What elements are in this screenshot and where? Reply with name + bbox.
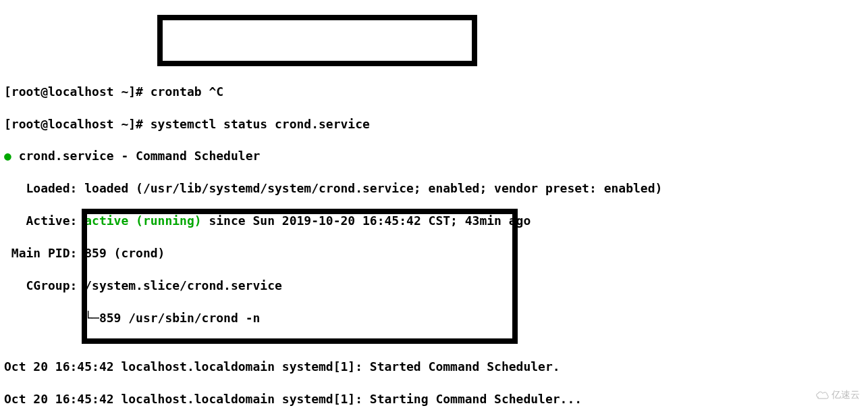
log-line: Oct 20 16:45:42 localhost.localdomain sy…	[4, 359, 560, 374]
terminal-line: Main PID: 859 (crond)	[4, 245, 864, 261]
terminal-line: [root@localhost ~]# crontab ^C	[4, 84, 864, 100]
terminal-line: ● crond.service - Command Scheduler	[4, 148, 864, 164]
terminal-line: Active: active (running) since Sun 2019-…	[4, 213, 864, 229]
active-status: active (running)	[84, 213, 201, 228]
watermark: 亿速云	[815, 388, 860, 401]
terminal-output[interactable]: [root@localhost ~]# crontab ^C [root@loc…	[0, 65, 868, 408]
loaded-line: Loaded: loaded (/usr/lib/systemd/system/…	[4, 181, 662, 195]
cgroup-line: CGroup: /system.slice/crond.service	[4, 278, 282, 292]
tree-branch-icon: └─	[4, 311, 99, 325]
terminal-line: [root@localhost ~]# systemctl status cro…	[4, 116, 864, 132]
annotation-box	[157, 15, 477, 66]
terminal-line: Loaded: loaded (/usr/lib/systemd/system/…	[4, 180, 864, 197]
command-text: systemctl status crond.service	[151, 117, 370, 131]
shell-prompt: [root@localhost ~]#	[4, 84, 151, 99]
log-line: Oct 20 16:45:42 localhost.localdomain sy…	[4, 392, 582, 406]
command-text: crontab ^C	[151, 84, 223, 99]
shell-prompt: [root@localhost ~]#	[4, 117, 151, 131]
terminal-line: Oct 20 16:45:42 localhost.localdomain sy…	[4, 391, 864, 407]
status-bullet-icon: ●	[4, 149, 11, 163]
active-label: Active:	[4, 213, 84, 228]
cloud-icon	[815, 390, 829, 400]
active-since: since Sun 2019-10-20 16:45:42 CST; 43min…	[202, 213, 531, 228]
terminal-line: └─859 /usr/sbin/crond -n	[4, 310, 864, 326]
process-line: 859 /usr/sbin/crond -n	[99, 311, 260, 325]
watermark-text: 亿速云	[832, 388, 860, 401]
terminal-line: Oct 20 16:45:42 localhost.localdomain sy…	[4, 359, 864, 375]
main-pid: Main PID: 859 (crond)	[4, 246, 165, 260]
service-name: crond.service - Command Scheduler	[11, 149, 260, 163]
terminal-line: CGroup: /system.slice/crond.service	[4, 278, 864, 294]
